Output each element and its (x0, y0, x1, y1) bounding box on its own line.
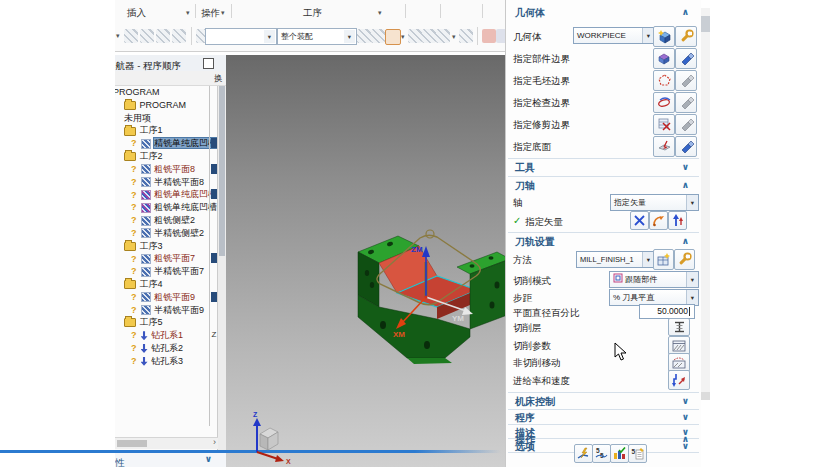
tree-item[interactable]: ? 未用项 (115, 112, 218, 125)
lasso-select-icon[interactable] (436, 29, 450, 43)
list-toolpath-button[interactable]: 5 (628, 444, 647, 463)
edit-method-button[interactable] (674, 249, 695, 270)
scrollbar-thumb[interactable] (701, 16, 710, 32)
specify-blank-boundary-button[interactable] (653, 70, 675, 91)
section-tool[interactable]: 工具 ∨ (506, 161, 701, 176)
tree-item[interactable]: ? PROGRAM (115, 99, 218, 112)
tree-item[interactable]: ? 半精铣平面9 (115, 304, 218, 317)
specify-trim-boundary-button[interactable] (653, 114, 675, 135)
section-tool-axis[interactable]: 刀轴 ∧ (506, 179, 701, 194)
specify-floor-button[interactable] (653, 136, 675, 157)
selection-scope-combo[interactable]: 整个装配 ▾ (277, 28, 357, 45)
chevron-up-icon[interactable]: ∧ (682, 7, 689, 17)
scrollbar-bottom[interactable] (701, 392, 710, 400)
tree-item[interactable]: ? 工序4 (115, 278, 218, 291)
navigator-column-header[interactable]: 换 (115, 71, 226, 86)
section-machine-control[interactable]: 机床控制 ∨ (506, 395, 701, 410)
tree-item[interactable]: ? 工序5 (115, 316, 218, 329)
display-check-boundary-button[interactable] (675, 92, 697, 113)
section-geometry[interactable]: 几何体 ∧ (506, 6, 701, 21)
feeds-speeds-button[interactable] (668, 370, 690, 390)
tree-item[interactable]: ? 工序1 (115, 124, 218, 137)
chevron-up-icon[interactable]: ∧ (682, 180, 689, 190)
display-floor-button[interactable] (675, 136, 697, 157)
chevron-up-icon[interactable]: ∧ (682, 236, 689, 246)
display-blank-boundary-button[interactable] (675, 70, 697, 91)
chevron-down-icon[interactable]: ▾ (378, 9, 382, 17)
new-geometry-button[interactable] (653, 26, 675, 47)
generate-toolpath-button[interactable] (574, 444, 593, 463)
vector-dialog-button[interactable] (649, 211, 668, 230)
select-arrow-icon[interactable] (371, 29, 385, 43)
cut-mode-combo[interactable]: 跟随部件 ▾ (609, 271, 699, 288)
ribbon-group-process[interactable]: 工序 (303, 7, 322, 20)
tree-item[interactable]: ? 半精铣平面8 (115, 176, 218, 189)
tree-item[interactable]: ? 粗铣平面9 (115, 291, 218, 304)
chevron-down-icon[interactable]: ▾ (401, 33, 405, 41)
panel-scrollbar[interactable] (701, 8, 710, 400)
tree-item[interactable]: ? 粗铣平面8 (115, 163, 218, 176)
selection-filter-combo[interactable]: ▾ (205, 28, 277, 45)
section-path-settings[interactable]: 刀轨设置 ∧ (506, 235, 701, 250)
show-hide-icon[interactable] (459, 29, 473, 43)
method-combo[interactable]: MILL_FINISH_1 ▾ (576, 251, 655, 268)
replay-toolpath-button[interactable]: 5 5 (592, 444, 611, 463)
tree-item[interactable]: ? 钻孔系2 (115, 342, 218, 355)
tree-item[interactable]: ? NC_PROGRAM (115, 86, 218, 99)
chevron-down-icon[interactable]: ▾ (452, 33, 456, 41)
axis-combo[interactable]: 指定矢量 ▾ (610, 194, 699, 211)
chevron-down-icon[interactable]: ▾ (221, 9, 225, 17)
chevron-down-icon[interactable]: ▾ (264, 30, 275, 43)
scroll-right-arrow-icon[interactable]: › (213, 437, 216, 447)
chevron-down-icon[interactable]: ∨ (205, 454, 212, 464)
snap-point-icon[interactable] (357, 29, 371, 43)
chevron-down-icon[interactable]: ▾ (186, 9, 190, 17)
tree-item[interactable]: ? 精铣单纯底凹槽6 (115, 137, 218, 150)
scrollbar-thumb[interactable] (219, 86, 225, 256)
tree-item[interactable]: ? 工序2 (115, 150, 218, 163)
chevron-down-icon[interactable]: ∨ (682, 396, 689, 406)
pan-view-icon[interactable] (422, 29, 436, 43)
chevron-down-icon[interactable]: ▾ (686, 272, 698, 287)
chevron-down-icon[interactable]: ▾ (686, 290, 698, 305)
insert-sketch-icon[interactable] (140, 29, 154, 43)
cut-levels-button[interactable] (668, 318, 690, 336)
insert-datum-icon[interactable] (172, 29, 186, 43)
specify-part-boundary-button[interactable] (653, 48, 675, 69)
chevron-down-icon[interactable]: ▾ (116, 32, 120, 40)
tree-item[interactable]: ? 钻孔系3 (115, 355, 218, 368)
float-window-icon[interactable] (203, 58, 214, 69)
chevron-down-icon[interactable]: ∨ (682, 412, 689, 422)
chevron-down-icon[interactable]: ▾ (344, 30, 355, 43)
verify-toolpath-button[interactable] (610, 444, 629, 463)
tree-item[interactable]: ? 半精铣侧壁2 (115, 227, 218, 240)
scrollbar-thumb[interactable] (117, 440, 147, 447)
chevron-up-icon[interactable]: ∧ (682, 434, 689, 444)
tree-item[interactable]: ? 粗铣单纯底凹槽4 (115, 188, 218, 201)
navigator-horizontal-scrollbar[interactable]: › (115, 437, 218, 449)
rotate-view-icon[interactable] (408, 29, 422, 43)
clear-vector-button[interactable] (630, 211, 649, 230)
geometry-combo[interactable]: WORKPIECE ▾ (573, 27, 655, 44)
insert-curve-icon[interactable] (124, 29, 138, 43)
tree-item[interactable]: ? 钻孔系1 Z (115, 329, 218, 342)
edit-geometry-button[interactable] (675, 26, 697, 47)
highlight-box-icon[interactable] (385, 29, 401, 45)
display-trim-boundary-button[interactable] (675, 114, 697, 135)
flat-diameter-percent-input[interactable]: 50.0000 (639, 304, 695, 319)
tree-item[interactable]: ? 半精铣平面7 (115, 265, 218, 278)
chevron-down-icon[interactable]: ∨ (682, 162, 689, 172)
tree-item[interactable]: ? 粗铣平面7 (115, 252, 218, 265)
tree-item[interactable]: ? 粗铣侧壁2 (115, 214, 218, 227)
vector-up-button[interactable] (668, 211, 687, 230)
specify-check-boundary-button[interactable] (653, 92, 675, 113)
navigator-vertical-scrollbar[interactable] (217, 86, 226, 462)
tree-item[interactable]: ? 工序3 (115, 240, 218, 253)
display-part-boundary-button[interactable] (675, 48, 697, 69)
ribbon-group-insert[interactable]: 插入 (127, 7, 146, 20)
ribbon-group-operation[interactable]: 操作 (201, 7, 220, 20)
new-method-button[interactable] (653, 249, 674, 270)
window-red-icon[interactable] (482, 29, 496, 43)
insert-feature-icon[interactable] (156, 29, 170, 43)
dependencies-panel-header[interactable]: 相依性 ∨ (115, 451, 226, 467)
